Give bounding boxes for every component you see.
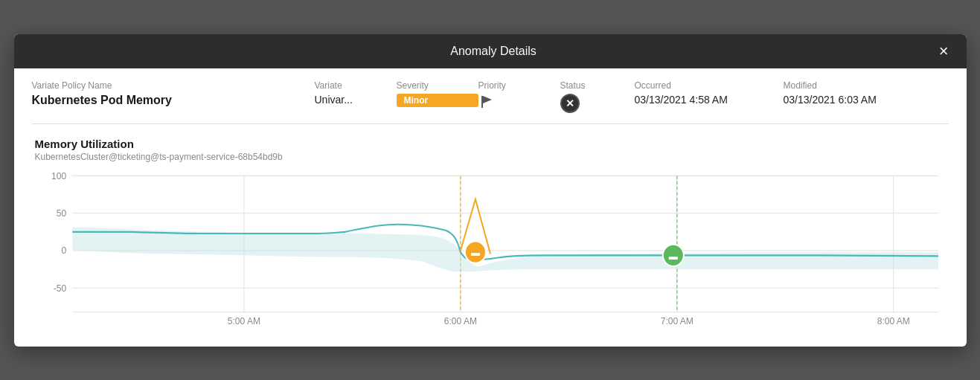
- svg-text:6:00 AM: 6:00 AM: [443, 315, 476, 326]
- severity-badge: Minor: [397, 94, 478, 107]
- svg-text:▬: ▬: [668, 251, 678, 261]
- svg-text:50: 50: [56, 207, 66, 218]
- chart-title: Memory Utilization: [35, 138, 946, 150]
- occurred-col: Occurred 03/13/2021 4:58 AM: [635, 80, 784, 106]
- variate-value: Univar...: [315, 94, 397, 106]
- policy-name-col: Variate Policy Name Kubernetes Pod Memor…: [32, 80, 315, 107]
- chart-container: 100 50 0 -50: [35, 168, 946, 332]
- variate-col: Variate Univar...: [315, 80, 397, 106]
- svg-text:7:00 AM: 7:00 AM: [660, 315, 693, 326]
- variate-label: Variate: [315, 80, 397, 91]
- chart-svg: 100 50 0 -50: [35, 168, 946, 332]
- chart-section: Memory Utilization KubernetesCluster@tic…: [32, 138, 949, 332]
- policy-name-label: Variate Policy Name: [32, 80, 315, 91]
- svg-text:-50: -50: [53, 283, 66, 293]
- svg-marker-1: [483, 96, 492, 103]
- status-label: Status: [560, 80, 635, 91]
- close-button[interactable]: ×: [936, 43, 952, 59]
- modified-label: Modified: [784, 80, 917, 91]
- svg-text:8:00 AM: 8:00 AM: [877, 315, 909, 326]
- occurred-label: Occurred: [635, 80, 784, 91]
- modal-title: Anomaly Details: [51, 45, 936, 58]
- modal-body: Variate Policy Name Kubernetes Pod Memor…: [14, 68, 967, 347]
- svg-text:100: 100: [51, 170, 66, 181]
- svg-text:0: 0: [61, 245, 66, 256]
- modified-value: 03/13/2021 6:03 AM: [784, 94, 917, 106]
- severity-label: Severity: [397, 80, 478, 91]
- policy-name-value: Kubernetes Pod Memory: [32, 94, 315, 107]
- status-icon: ✕: [560, 94, 580, 113]
- svg-text:▬: ▬: [470, 248, 480, 258]
- svg-rect-0: [481, 96, 483, 108]
- info-row: Variate Policy Name Kubernetes Pod Memor…: [32, 80, 949, 124]
- chart-subtitle: KubernetesCluster@ticketing@ts-payment-s…: [35, 152, 946, 162]
- priority-col: Priority: [478, 80, 560, 110]
- status-col: Status ✕: [560, 80, 635, 113]
- anomaly-details-modal: Anomaly Details × Variate Policy Name Ku…: [14, 34, 967, 347]
- occurred-value: 03/13/2021 4:58 AM: [635, 94, 784, 106]
- priority-flag-icon: [478, 94, 560, 110]
- priority-label: Priority: [478, 80, 560, 91]
- severity-col: Severity Minor: [397, 80, 478, 107]
- modal-header: Anomaly Details ×: [14, 34, 967, 68]
- svg-text:5:00 AM: 5:00 AM: [227, 315, 260, 326]
- modified-col: Modified 03/13/2021 6:03 AM: [784, 80, 917, 106]
